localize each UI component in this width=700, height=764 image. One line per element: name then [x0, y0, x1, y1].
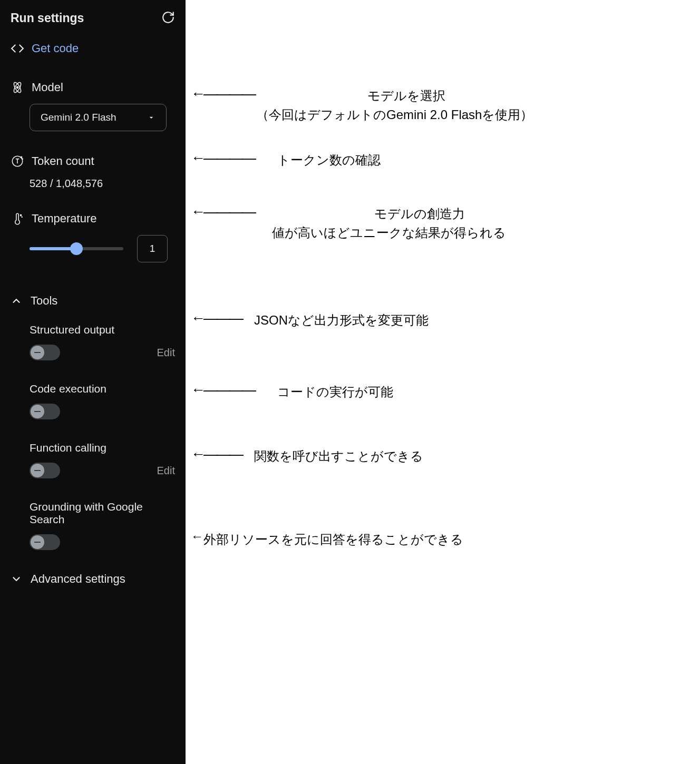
annotation-token-text: トークン数の確認 [256, 151, 381, 170]
annotation-code-exec: ←———— コードの実行が可能 [191, 383, 393, 401]
annotation-grounding-text: 外部リソースを元に回答を得ることができる [203, 530, 463, 549]
svg-point-6 [20, 214, 21, 216]
annotation-model: ←———— モデルを選択 （今回はデフォルトのGemini 2.0 Flashを… [191, 86, 557, 124]
grounding-toggle[interactable] [30, 534, 60, 550]
temperature-slider[interactable] [30, 247, 123, 250]
toggle-thumb [31, 464, 44, 477]
function-calling-item: Function calling Edit [30, 442, 175, 478]
arrow-left-icon: ←———— [191, 151, 254, 165]
svg-point-0 [16, 86, 18, 88]
advanced-settings-label: Advanced settings [31, 572, 125, 586]
code-execution-label: Code execution [30, 383, 175, 395]
structured-output-item: Structured output Edit [30, 324, 175, 360]
panel-title: Run settings [11, 11, 84, 25]
annotation-temp-line2: 値が高いほどユニークな結果が得られる [272, 223, 567, 242]
annotation-model-line2: （今回はデフォルトのGemini 2.0 Flashを使用） [256, 105, 557, 124]
function-calling-toggle[interactable] [30, 463, 60, 478]
arrow-left-icon: ←———— [191, 86, 254, 101]
tools-label: Tools [31, 294, 57, 308]
model-selected-value: Gemini 2.0 Flash [41, 112, 116, 123]
annotation-grounding: ← 外部リソースを元に回答を得ることができる [191, 530, 463, 549]
token-icon [11, 154, 24, 168]
function-calling-label: Function calling [30, 442, 175, 454]
structured-output-label: Structured output [30, 324, 175, 336]
svg-point-5 [22, 159, 23, 159]
grounding-label: Grounding with Google Search [30, 501, 175, 526]
chevron-up-icon [11, 295, 22, 307]
code-icon [11, 42, 24, 55]
grounding-item: Grounding with Google Search [30, 501, 175, 550]
annotation-func-call-text: 関数を呼び出すことができる [244, 447, 423, 466]
code-execution-item: Code execution [30, 383, 175, 419]
get-code-row[interactable]: Get code [11, 42, 175, 55]
refresh-button[interactable] [161, 11, 175, 26]
model-section-header: Model [11, 81, 175, 94]
arrow-left-icon: ←——— [191, 311, 241, 326]
token-count-header: Token count [11, 154, 175, 168]
annotation-temp-line1: モデルの創造力 [272, 204, 567, 223]
annotation-model-line1: モデルを選択 [256, 86, 557, 105]
svg-point-4 [21, 156, 22, 158]
tools-section-toggle[interactable]: Tools [11, 294, 175, 308]
toggle-thumb [31, 346, 44, 359]
annotation-temperature: ←———— モデルの創造力 値が高いほどユニークな結果が得られる [191, 204, 567, 242]
arrow-left-icon: ←———— [191, 383, 254, 397]
get-code-link[interactable]: Get code [32, 42, 79, 55]
advanced-settings-toggle[interactable]: Advanced settings [11, 572, 175, 586]
panel-header: Run settings [11, 8, 175, 26]
token-count-value: 528 / 1,048,576 [30, 178, 175, 190]
annotations-area: ←———— モデルを選択 （今回はデフォルトのGemini 2.0 Flashを… [186, 0, 700, 764]
slider-fill [30, 247, 76, 250]
structured-output-toggle[interactable] [30, 345, 60, 360]
atom-icon [11, 81, 24, 94]
chevron-down-icon [11, 573, 22, 585]
svg-point-7 [22, 217, 22, 217]
temperature-control: 1 [30, 235, 175, 262]
code-execution-toggle[interactable] [30, 404, 60, 419]
annotation-func-call: ←——— 関数を呼び出すことができる [191, 447, 423, 466]
function-calling-edit[interactable]: Edit [157, 465, 175, 477]
temperature-label: Temperature [32, 212, 97, 226]
arrow-left-icon: ← [191, 530, 201, 543]
structured-output-edit[interactable]: Edit [157, 347, 175, 359]
annotation-code-exec-text: コードの実行が可能 [256, 383, 393, 401]
annotation-structured: ←——— JSONなど出力形式を変更可能 [191, 311, 429, 330]
temperature-header: Temperature [11, 212, 175, 226]
run-settings-panel: Run settings Get code Model Gemini 2.0 F… [0, 0, 186, 764]
model-label: Model [32, 81, 63, 94]
model-select[interactable]: Gemini 2.0 Flash [30, 104, 167, 131]
thermometer-icon [11, 212, 24, 226]
toggle-thumb [31, 535, 44, 549]
toggle-thumb [31, 405, 44, 418]
chevron-down-icon [147, 113, 155, 122]
refresh-icon [161, 11, 175, 24]
annotation-token: ←———— トークン数の確認 [191, 151, 381, 170]
annotation-structured-text: JSONなど出力形式を変更可能 [244, 311, 429, 330]
arrow-left-icon: ←——— [191, 447, 241, 462]
model-select-wrapper: Gemini 2.0 Flash [30, 104, 175, 131]
arrow-left-icon: ←———— [191, 204, 254, 219]
token-count-label: Token count [32, 154, 94, 168]
slider-thumb[interactable] [70, 242, 83, 255]
temperature-value[interactable]: 1 [137, 235, 168, 262]
